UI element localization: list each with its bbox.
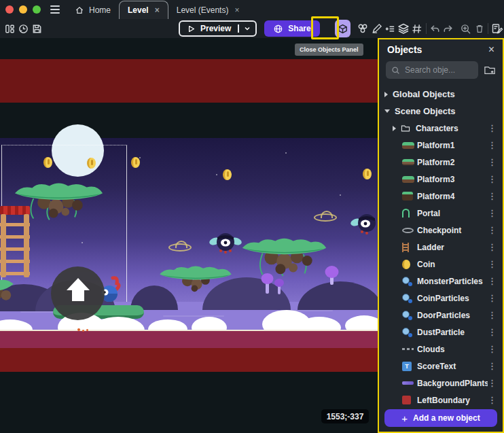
folder-characters[interactable]: Characters ⋮ xyxy=(379,120,503,137)
object-row-platform3[interactable]: Platform3⋮ xyxy=(379,171,503,188)
object-menu-icon[interactable]: ⋮ xyxy=(488,395,494,405)
home-icon xyxy=(75,5,84,15)
edit-events-icon[interactable] xyxy=(490,20,504,37)
platform-instance[interactable] xyxy=(240,234,329,279)
ladder-icon xyxy=(402,243,409,252)
tab-bar: Home Level × Level (Events) × xyxy=(67,0,247,19)
coin-instance[interactable] xyxy=(363,169,372,179)
object-menu-icon[interactable]: ⋮ xyxy=(488,327,494,337)
platform-instance[interactable] xyxy=(156,262,235,295)
trash-icon[interactable] xyxy=(473,20,486,37)
ground-band[interactable] xyxy=(0,331,378,348)
instances-list-icon[interactable] xyxy=(383,20,397,37)
portal-icon xyxy=(402,209,410,218)
object-row-platform1[interactable]: Platform1⋮ xyxy=(379,137,503,154)
object-menu-icon[interactable]: ⋮ xyxy=(488,140,494,150)
object-menu-icon[interactable]: ⋮ xyxy=(488,361,494,371)
save-icon[interactable] xyxy=(30,20,43,37)
titlebar: Home Level × Level (Events) × xyxy=(0,0,504,19)
tab-label: Level (Events) xyxy=(177,5,229,15)
object-menu-icon[interactable]: ⋮ xyxy=(488,123,494,133)
tooltip-close-objects-panel: Close Objects Panel xyxy=(295,44,363,56)
object-menu-icon[interactable]: ⋮ xyxy=(488,276,494,286)
object-label: Coin xyxy=(417,260,488,269)
grid-icon[interactable] xyxy=(410,20,424,37)
object-menu-icon[interactable]: ⋮ xyxy=(488,378,494,388)
monster-instance[interactable] xyxy=(350,212,378,238)
search-icon xyxy=(391,66,400,75)
add-new-object-button[interactable]: + Add a new object xyxy=(384,409,497,427)
objects-cube-icon[interactable] xyxy=(335,20,350,37)
add-folder-icon[interactable] xyxy=(484,65,496,75)
object-row-platform4[interactable]: Platform4⋮ xyxy=(379,188,503,205)
gdevelop-window: Home Level × Level (Events) × Pr xyxy=(0,0,504,433)
ladder-instance[interactable] xyxy=(0,214,30,277)
lower-boundary-band[interactable] xyxy=(0,348,378,372)
monster-instance[interactable] xyxy=(209,231,242,257)
tab-level-events[interactable]: Level (Events) × xyxy=(168,1,248,19)
object-menu-icon[interactable]: ⋮ xyxy=(488,310,494,320)
minimize-window-button[interactable] xyxy=(19,5,27,14)
coin-instance[interactable] xyxy=(87,158,96,169)
tab-level[interactable]: Level × xyxy=(119,1,168,19)
checkpoint-outline[interactable] xyxy=(314,213,337,222)
history-icon[interactable] xyxy=(16,20,30,37)
close-panel-icon[interactable]: × xyxy=(488,44,494,55)
object-menu-icon[interactable]: ⋮ xyxy=(488,225,494,235)
object-row-coinparticles[interactable]: CoinParticles⋮ xyxy=(379,290,503,307)
close-tab-icon[interactable]: × xyxy=(234,5,239,15)
section-global-objects[interactable]: Global Objects xyxy=(379,86,503,103)
hamburger-menu-icon[interactable] xyxy=(50,5,60,14)
preview-options-dropdown[interactable] xyxy=(238,24,255,33)
object-row-monsterparticles[interactable]: MonsterParticles⋮ xyxy=(379,273,503,290)
share-button[interactable]: Share xyxy=(264,20,319,37)
tab-label: Level xyxy=(128,5,149,15)
object-groups-icon[interactable] xyxy=(357,20,370,37)
top-boundary-object[interactable] xyxy=(0,59,378,103)
object-row-clouds[interactable]: Clouds⋮ xyxy=(379,341,503,358)
layers-icon[interactable] xyxy=(397,20,410,37)
close-window-button[interactable] xyxy=(5,5,14,14)
platform-instance[interactable] xyxy=(0,274,16,305)
coin-instance[interactable] xyxy=(131,157,140,168)
object-menu-icon[interactable]: ⋮ xyxy=(488,208,494,218)
panel-title: Objects xyxy=(387,44,488,55)
undo-icon[interactable] xyxy=(428,20,442,37)
object-row-dustparticle[interactable]: DustParticle⋮ xyxy=(379,324,503,341)
maximize-window-button[interactable] xyxy=(33,5,41,14)
object-row-portal[interactable]: Portal⋮ xyxy=(379,205,503,222)
object-menu-icon[interactable]: ⋮ xyxy=(488,293,494,303)
object-menu-icon[interactable]: ⋮ xyxy=(488,157,494,167)
scene-canvas[interactable]: 1553;-337 xyxy=(0,38,378,433)
section-scene-objects[interactable]: Scene Objects xyxy=(379,103,503,120)
search-input[interactable] xyxy=(405,65,466,75)
object-menu-icon[interactable]: ⋮ xyxy=(488,344,494,354)
object-menu-icon[interactable]: ⋮ xyxy=(488,174,494,184)
object-row-ladder[interactable]: Ladder⋮ xyxy=(379,239,503,256)
object-row-checkpoint[interactable]: Checkpoint⋮ xyxy=(379,222,503,239)
coin-instance[interactable] xyxy=(223,169,232,180)
panels-icon[interactable] xyxy=(3,20,17,37)
pencil-icon[interactable] xyxy=(370,20,383,37)
tab-home[interactable]: Home xyxy=(67,1,119,19)
object-menu-icon[interactable]: ⋮ xyxy=(488,191,494,201)
preview-button[interactable]: Preview xyxy=(179,20,257,37)
object-label: Platform2 xyxy=(417,158,488,167)
close-tab-icon[interactable]: × xyxy=(155,5,160,15)
object-row-doorparticles[interactable]: DoorParticles⋮ xyxy=(379,307,503,324)
object-row-coin[interactable]: Coin⋮ xyxy=(379,256,503,273)
coin-instance[interactable] xyxy=(43,157,52,168)
object-row-leftboundary[interactable]: LeftBoundary⋮ xyxy=(379,392,503,405)
checkpoint-outline[interactable] xyxy=(168,243,192,252)
object-menu-icon[interactable]: ⋮ xyxy=(488,259,494,269)
object-search-input[interactable] xyxy=(386,61,478,79)
object-row-backgroundplants[interactable]: BackgroundPlants⋮ xyxy=(379,375,503,392)
jump-control-button[interactable] xyxy=(51,266,105,320)
up-arrow-icon xyxy=(72,290,84,301)
zoom-in-icon[interactable] xyxy=(459,20,473,37)
object-row-platform2[interactable]: Platform2⋮ xyxy=(379,154,503,171)
text-icon: T xyxy=(402,362,412,371)
object-row-scoretext[interactable]: TScoreText⋮ xyxy=(379,358,503,375)
object-menu-icon[interactable]: ⋮ xyxy=(488,242,494,252)
redo-icon[interactable] xyxy=(442,20,455,37)
